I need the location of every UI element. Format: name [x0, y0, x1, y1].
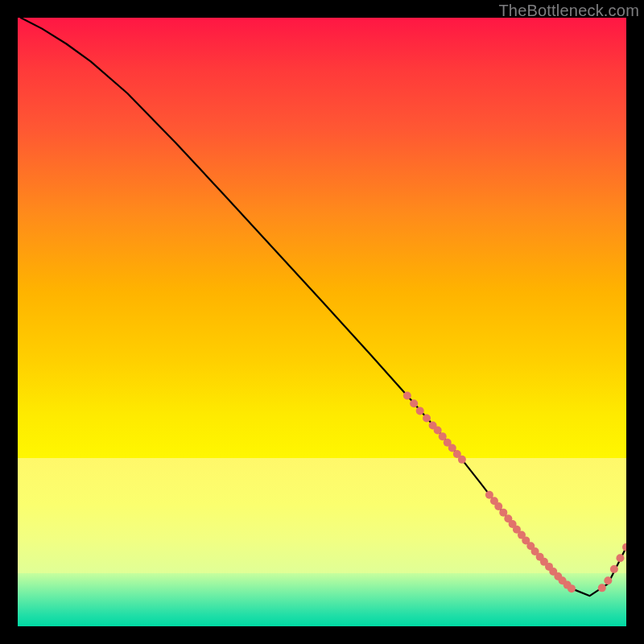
- dot-rise-dots: [604, 576, 612, 584]
- dot-descent-dots: [403, 391, 411, 399]
- dot-rise-dots: [610, 565, 618, 573]
- plot-svg: [18, 18, 626, 626]
- series-bottleneck-curve: [21, 18, 626, 596]
- dot-descent-dots: [410, 399, 418, 407]
- dot-descent-dots: [416, 407, 424, 415]
- dot-descent-dots: [423, 414, 431, 422]
- dot-rise-dots: [622, 543, 626, 551]
- dot-descent-dots: [458, 456, 466, 464]
- dot-rise-dots: [616, 554, 624, 562]
- watermark-text: TheBottleneck.com: [498, 2, 639, 20]
- dot-trough-dots: [568, 584, 576, 592]
- dot-rise-dots: [598, 584, 606, 592]
- plot-area: [18, 18, 626, 626]
- chart-stage: TheBottleneck.com: [0, 0, 644, 644]
